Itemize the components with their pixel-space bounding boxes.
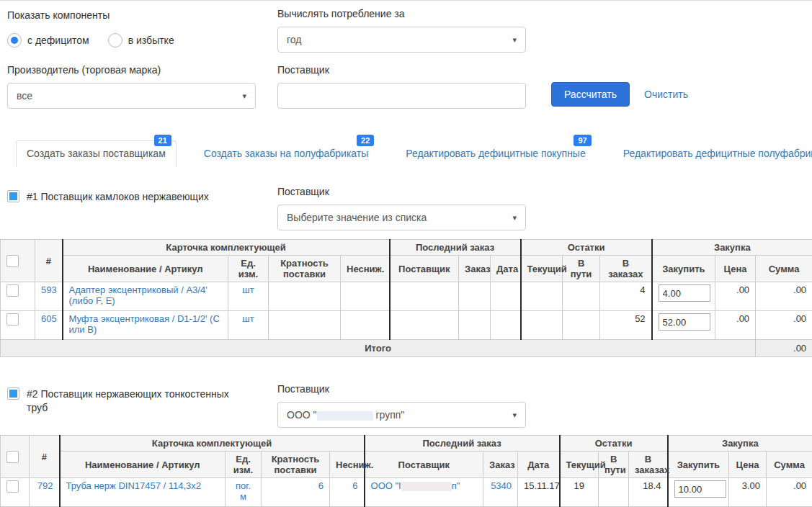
col-price: Цена bbox=[729, 452, 767, 478]
supplier-filter-label: Поставщик bbox=[277, 64, 526, 76]
period-select-value: год bbox=[287, 34, 301, 45]
cell-sum: .00 bbox=[756, 282, 812, 311]
radio-deficit-label: с дефицитом bbox=[27, 35, 89, 46]
cell-date bbox=[491, 282, 521, 311]
total-sum: .00 bbox=[756, 340, 812, 357]
cell-multiplicity bbox=[269, 282, 341, 311]
buy-input[interactable] bbox=[674, 480, 726, 498]
col-group-last-order: Последний заказ bbox=[390, 240, 521, 256]
chevron-down-icon: ▾ bbox=[242, 91, 246, 101]
tab-label: Создать заказы поставщикам bbox=[27, 148, 166, 159]
row-checkbox[interactable] bbox=[6, 284, 19, 297]
chevron-down-icon: ▾ bbox=[512, 213, 517, 223]
period-select[interactable]: год ▾ bbox=[277, 27, 526, 53]
cell-unit: шт bbox=[228, 311, 269, 340]
col-current: Текущий bbox=[560, 452, 599, 478]
col-min-stock: Несниж. bbox=[330, 452, 365, 478]
radio-surplus-dot[interactable] bbox=[108, 33, 122, 48]
tab-bar: 21 Создать заказы поставщикам 22 Создать… bbox=[0, 140, 812, 167]
radio-deficit[interactable]: с дефицитом bbox=[7, 33, 89, 48]
calculate-button[interactable]: Рассчитать bbox=[551, 82, 630, 107]
tab-edit-deficit-semifinished[interactable]: 41 Редактировать дефицитные полуфабрикат… bbox=[613, 141, 812, 167]
select-all-checkbox[interactable] bbox=[6, 451, 19, 463]
col-group-last-order: Последний заказ bbox=[365, 436, 560, 452]
cell-in-orders: 4 bbox=[600, 282, 652, 311]
col-supplier: Поставщик bbox=[365, 452, 483, 478]
clear-link[interactable]: Очистить bbox=[644, 89, 688, 100]
col-in-orders: В заказах bbox=[600, 256, 652, 282]
cell-in-orders: 18.4 bbox=[629, 478, 668, 507]
cell-current: 19 bbox=[560, 478, 599, 507]
cell-sum: .00 bbox=[767, 478, 812, 507]
section-1-header: #1 Поставщик камлоков нержавеющих Постав… bbox=[0, 186, 812, 230]
radio-surplus-label: в избытке bbox=[128, 35, 174, 46]
orders-table-1: # Карточка комплектующей Последний заказ… bbox=[0, 239, 812, 357]
col-order: Заказ bbox=[459, 256, 491, 282]
col-current: Текущий bbox=[521, 256, 563, 282]
orders-table-2: # Карточка комплектующей Последний заказ… bbox=[0, 435, 812, 507]
section-1-title: #1 Поставщик камлоков нержавеющих bbox=[27, 190, 209, 204]
tab-label: Редактировать дефицитные покупные bbox=[406, 148, 585, 159]
col-unit: Ед. изм. bbox=[228, 256, 269, 282]
select-all-checkbox[interactable] bbox=[6, 255, 19, 267]
row-checkbox[interactable] bbox=[6, 480, 19, 493]
col-order: Заказ bbox=[483, 452, 518, 478]
manufacturer-label: Производитель (торговая марка) bbox=[7, 64, 256, 76]
col-num: # bbox=[30, 436, 60, 478]
tab-create-semifinished-orders[interactable]: 22 Создать заказы на полуфабрикаты bbox=[194, 141, 379, 167]
cell-min-stock bbox=[341, 282, 390, 311]
cell-supplier bbox=[390, 311, 459, 340]
section-1-checkbox[interactable] bbox=[7, 190, 19, 202]
col-unit: Ед. изм. bbox=[226, 452, 262, 478]
tab-badge: 22 bbox=[357, 135, 374, 146]
tab-create-supplier-orders[interactable]: 21 Создать заказы поставщикам bbox=[16, 140, 177, 167]
section-1-supplier-select[interactable]: Выберите значение из списка ▾ bbox=[277, 205, 526, 230]
col-sum: Сумма bbox=[767, 452, 812, 478]
section-2-checkbox[interactable] bbox=[7, 387, 19, 400]
manufacturer-select-value: все bbox=[17, 90, 32, 102]
col-group-card: Карточка комплектующей bbox=[60, 436, 365, 452]
supplier-filter-input[interactable] bbox=[277, 83, 526, 109]
cell-current bbox=[521, 311, 563, 340]
buy-input[interactable] bbox=[659, 313, 710, 331]
filters-panel: Показать компоненты с дефицитом в избытк… bbox=[0, 1, 812, 109]
col-name: Наименование / Артикул bbox=[60, 452, 226, 478]
col-date: Дата bbox=[518, 452, 560, 478]
buy-input[interactable] bbox=[659, 284, 710, 302]
cell-name: Труба нерж DIN17457 / 114,3х2 bbox=[60, 478, 226, 507]
row-checkbox[interactable] bbox=[6, 313, 19, 326]
table-row: 792 Труба нерж DIN17457 / 114,3х2 пог. м… bbox=[1, 478, 812, 507]
col-group-card: Карточка комплектующей bbox=[63, 240, 390, 256]
tab-edit-deficit-purchased[interactable]: 97 Редактировать дефицитные покупные bbox=[396, 141, 595, 167]
col-name: Наименование / Артикул bbox=[63, 256, 228, 282]
manufacturer-select[interactable]: все ▾ bbox=[7, 83, 256, 109]
cell-num: 605 bbox=[35, 311, 63, 340]
radio-deficit-dot[interactable] bbox=[7, 33, 22, 48]
cell-sum: .00 bbox=[756, 311, 812, 340]
tab-badge: 97 bbox=[574, 135, 591, 146]
col-sum: Сумма bbox=[756, 256, 812, 282]
col-in-orders: В заказах bbox=[629, 452, 668, 478]
section-2-title: #2 Поставщик нержавеющих тонкостенных тр… bbox=[27, 387, 236, 415]
total-row: Итого .00 bbox=[1, 340, 812, 357]
cell-in-orders: 52 bbox=[600, 311, 652, 340]
col-min-stock: Несниж. bbox=[341, 256, 390, 282]
section-2-supplier-value: ООО " групп" bbox=[287, 409, 404, 421]
select-all-header bbox=[1, 436, 30, 478]
chevron-down-icon: ▾ bbox=[512, 35, 517, 45]
cell-unit: пог. м bbox=[226, 478, 262, 507]
cell-in-transit bbox=[563, 311, 600, 340]
cell-date bbox=[491, 311, 521, 340]
redacted-text bbox=[317, 411, 373, 421]
select-all-header bbox=[1, 240, 35, 282]
cell-in-transit bbox=[599, 478, 629, 507]
col-group-purchase: Закупка bbox=[668, 436, 812, 452]
cell-name: Адаптер эксцентриковый / A3/4' (либо F, … bbox=[63, 282, 228, 311]
cell-multiplicity bbox=[269, 311, 341, 340]
section-2-supplier-select[interactable]: ООО " групп" ▾ bbox=[277, 402, 526, 428]
tab-label: Создать заказы на полуфабрикаты bbox=[204, 148, 369, 159]
cell-order: 5340 bbox=[483, 478, 518, 507]
col-multiplicity: Кратность поставки bbox=[262, 452, 330, 478]
radio-surplus[interactable]: в избытке bbox=[108, 33, 174, 48]
tab-badge: 21 bbox=[154, 135, 171, 146]
